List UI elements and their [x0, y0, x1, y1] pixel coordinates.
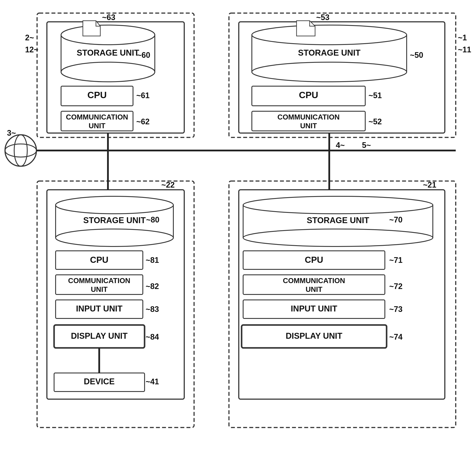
svg-text:STORAGE UNIT: STORAGE UNIT	[83, 216, 146, 225]
svg-rect-46	[56, 300, 143, 318]
svg-rect-20	[243, 205, 433, 238]
svg-rect-54	[54, 373, 145, 391]
svg-point-18	[56, 229, 173, 246]
svg-point-22	[243, 229, 433, 246]
svg-rect-28	[252, 86, 365, 106]
svg-text:~63: ~63	[102, 13, 115, 22]
svg-rect-30	[56, 251, 143, 269]
svg-text:DISPLAY UNIT: DISPLAY UNIT	[286, 331, 342, 340]
svg-rect-26	[61, 86, 133, 106]
svg-text:~60: ~60	[137, 51, 150, 60]
svg-rect-2	[229, 13, 456, 138]
svg-text:DISPLAY UNIT: DISPLAY UNIT	[71, 331, 128, 340]
svg-text:~80: ~80	[146, 215, 159, 224]
svg-text:~82: ~82	[146, 282, 159, 291]
svg-text:3~: 3~	[7, 128, 16, 138]
svg-rect-32	[243, 251, 385, 269]
svg-text:~81: ~81	[146, 256, 159, 264]
svg-text:COMMUNICATION: COMMUNICATION	[277, 113, 340, 121]
svg-rect-50	[54, 325, 145, 348]
svg-text:~41: ~41	[146, 377, 159, 386]
svg-text:4~: 4~	[336, 141, 345, 150]
svg-rect-7	[239, 190, 445, 399]
svg-text:~52: ~52	[369, 117, 382, 126]
svg-text:STORAGE UNIT: STORAGE UNIT	[307, 216, 369, 225]
svg-text:COMMUNICATION: COMMUNICATION	[283, 277, 345, 285]
svg-point-10	[61, 62, 155, 82]
svg-point-14	[252, 62, 407, 82]
svg-marker-25	[297, 21, 315, 36]
svg-text:UNIT: UNIT	[91, 285, 108, 293]
svg-rect-16	[56, 205, 173, 238]
svg-text:~51: ~51	[369, 91, 382, 100]
svg-rect-40	[56, 275, 143, 295]
svg-text:2~: 2~	[25, 33, 34, 42]
svg-text:UNIT: UNIT	[89, 122, 105, 130]
svg-point-13	[252, 25, 407, 45]
svg-rect-12	[252, 35, 407, 72]
svg-rect-0	[37, 13, 194, 138]
svg-rect-8	[61, 35, 155, 72]
diagram-svg: STORAGE UNIT STORAGE UNIT STORAGE UNIT S…	[0, 0, 476, 472]
svg-rect-5	[47, 190, 184, 399]
svg-text:CPU: CPU	[305, 255, 323, 264]
svg-point-64	[14, 135, 27, 166]
svg-rect-3	[239, 22, 445, 133]
svg-text:STORAGE UNIT: STORAGE UNIT	[77, 48, 139, 57]
diagram-container: STORAGE UNIT STORAGE UNIT STORAGE UNIT S…	[0, 0, 476, 472]
svg-text:~50: ~50	[410, 51, 423, 60]
svg-point-17	[56, 196, 173, 214]
svg-rect-37	[252, 111, 365, 131]
svg-point-62	[5, 135, 36, 166]
svg-text:INPUT UNIT: INPUT UNIT	[76, 304, 122, 313]
svg-text:~21: ~21	[423, 180, 436, 189]
svg-text:~71: ~71	[389, 256, 403, 264]
svg-rect-52	[242, 325, 387, 348]
svg-point-9	[61, 25, 155, 45]
svg-text:STORAGE UNIT: STORAGE UNIT	[298, 48, 360, 57]
svg-rect-1	[47, 22, 184, 133]
svg-text:~62: ~62	[136, 117, 150, 126]
svg-text:COMMUNICATION: COMMUNICATION	[66, 113, 128, 121]
svg-text:INPUT UNIT: INPUT UNIT	[291, 304, 337, 313]
svg-rect-34	[61, 111, 133, 131]
svg-text:~61: ~61	[136, 91, 150, 100]
svg-text:~1: ~1	[458, 33, 467, 42]
svg-text:~22: ~22	[161, 180, 175, 189]
svg-text:~72: ~72	[389, 282, 403, 291]
svg-rect-6	[229, 181, 456, 427]
svg-text:~70: ~70	[389, 215, 403, 224]
svg-text:COMMUNICATION: COMMUNICATION	[68, 277, 130, 285]
svg-rect-48	[243, 300, 385, 318]
svg-text:~53: ~53	[316, 13, 329, 22]
svg-text:~73: ~73	[389, 305, 403, 314]
svg-text:~11: ~11	[458, 45, 471, 54]
svg-rect-4	[37, 181, 194, 427]
svg-text:12~: 12~	[25, 45, 38, 54]
svg-text:UNIT: UNIT	[300, 122, 317, 130]
svg-point-63	[5, 144, 36, 157]
svg-text:DEVICE: DEVICE	[84, 377, 115, 386]
svg-marker-24	[83, 21, 100, 36]
svg-text:5~: 5~	[362, 141, 371, 150]
svg-text:~83: ~83	[146, 305, 159, 314]
svg-text:UNIT: UNIT	[306, 285, 323, 293]
svg-rect-43	[243, 275, 385, 295]
svg-text:CPU: CPU	[299, 90, 318, 100]
svg-text:CPU: CPU	[87, 90, 107, 100]
svg-text:~84: ~84	[146, 332, 159, 341]
svg-point-21	[243, 196, 433, 214]
svg-text:CPU: CPU	[90, 255, 108, 264]
svg-text:~74: ~74	[389, 332, 403, 341]
